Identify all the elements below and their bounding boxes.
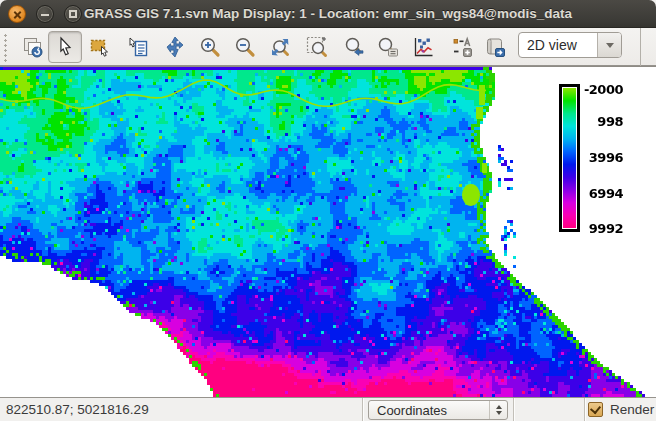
- legend-label: 9992: [583, 222, 623, 235]
- pointer-button[interactable]: [48, 31, 82, 63]
- dropdown-button[interactable]: [597, 33, 621, 57]
- pan-button[interactable]: [161, 31, 189, 63]
- query-button[interactable]: [124, 31, 152, 63]
- zoom-options-button[interactable]: [374, 31, 402, 63]
- display-map-button[interactable]: [19, 31, 47, 63]
- export-map-icon: [483, 35, 507, 59]
- add-map-elements-button[interactable]: [448, 31, 476, 63]
- legend-label: 3996: [583, 151, 623, 164]
- window-title: GRASS GIS 7.1.svn Map Display: 1 - Locat…: [0, 0, 656, 28]
- toolbar-grip[interactable]: [2, 32, 8, 62]
- checkmark-icon: [590, 403, 601, 414]
- statusbar-mode-value: Coordinates: [369, 403, 489, 418]
- analyze-map-button[interactable]: [409, 31, 437, 63]
- zoom-in-button[interactable]: [196, 31, 224, 63]
- legend-gradient: [563, 88, 576, 228]
- view-mode-dropdown[interactable]: 2D view: [518, 32, 622, 58]
- map-canvas[interactable]: [0, 67, 656, 397]
- statusbar-separator: [513, 398, 514, 421]
- spinner-up-icon: [496, 405, 502, 409]
- zoom-extent-button[interactable]: [266, 31, 294, 63]
- export-map-button[interactable]: [481, 31, 509, 63]
- statusbar: 822510.87; 5021816.29 Coordinates Render: [0, 397, 656, 421]
- zoom-region-icon: [305, 35, 329, 59]
- zoom-in-icon: [198, 35, 222, 59]
- render-checkbox[interactable]: [588, 402, 603, 417]
- zoom-options-icon: [376, 35, 400, 59]
- toolbar-separator: [640, 28, 641, 66]
- zoom-extent-icon: [268, 35, 292, 59]
- pointer-icon: [53, 35, 77, 59]
- zoom-out-icon: [233, 35, 257, 59]
- query-icon: [126, 35, 150, 59]
- view-mode-value: 2D view: [519, 37, 597, 53]
- legend-label: 998: [583, 115, 623, 128]
- raster-legend: -2000 998 3996 6994 9992: [559, 84, 629, 232]
- titlebar[interactable]: GRASS GIS 7.1.svn Map Display: 1 - Locat…: [0, 0, 656, 28]
- zoom-out-button[interactable]: [231, 31, 259, 63]
- coordinates-readout: 822510.87; 5021816.29: [6, 398, 149, 421]
- legend-color-bar: [559, 84, 580, 232]
- select-region-button[interactable]: [86, 31, 114, 63]
- map-display-area: -2000 998 3996 6994 9992: [0, 66, 656, 397]
- spinner-buttons[interactable]: [489, 401, 507, 419]
- display-map-icon: [21, 35, 45, 59]
- map-toolbar: 2D view: [0, 28, 656, 66]
- zoom-back-button[interactable]: [341, 31, 369, 63]
- zoom-back-icon: [343, 35, 367, 59]
- spinner-down-icon: [496, 411, 502, 415]
- add-map-elements-icon: [450, 35, 474, 59]
- zoom-region-button[interactable]: [303, 31, 331, 63]
- statusbar-separator: [584, 398, 585, 421]
- render-checkbox-label: Render: [610, 398, 654, 421]
- statusbar-separator: [362, 398, 363, 421]
- grass-map-display-window: GRASS GIS 7.1.svn Map Display: 1 - Locat…: [0, 0, 656, 421]
- legend-label: -2000: [583, 83, 623, 96]
- statusbar-mode-combobox[interactable]: Coordinates: [368, 400, 508, 420]
- chevron-down-icon: [606, 43, 614, 48]
- analyze-map-icon: [411, 35, 435, 59]
- select-region-icon: [88, 35, 112, 59]
- pan-icon: [163, 35, 187, 59]
- legend-label: 6994: [583, 187, 623, 200]
